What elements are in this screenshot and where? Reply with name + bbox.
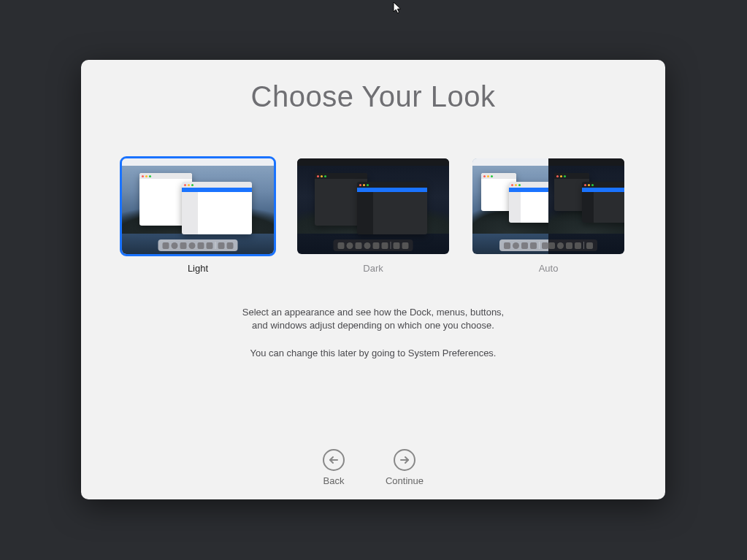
dock-preview: [334, 239, 413, 251]
appearance-option-label: Auto: [539, 263, 559, 274]
appearance-option-auto[interactable]: Auto: [472, 158, 624, 274]
description-line: You can change this later by going to Sy…: [242, 347, 504, 360]
description-line: Select an appearance and see how the Doc…: [242, 306, 504, 319]
appearance-option-label: Light: [188, 263, 208, 274]
dark-preview-thumb: [297, 158, 449, 254]
appearance-option-light[interactable]: Light: [122, 158, 274, 274]
page-title: Choose Your Look: [251, 80, 496, 113]
mouse-cursor: [393, 1, 403, 18]
back-button-label: Back: [323, 475, 345, 486]
description-line: and windows adjust depending on which on…: [242, 319, 504, 332]
arrow-left-icon: [323, 449, 345, 471]
dock-preview: [499, 239, 548, 251]
description-text: Select an appearance and see how the Doc…: [242, 306, 504, 361]
navigation-bar: Back Continue: [81, 449, 665, 486]
appearance-options: Light: [122, 158, 624, 274]
back-button[interactable]: Back: [323, 449, 345, 486]
auto-preview-thumb: [472, 158, 624, 254]
dock-preview: [548, 239, 597, 251]
appearance-option-dark[interactable]: Dark: [297, 158, 449, 274]
continue-button-label: Continue: [386, 475, 424, 486]
setup-panel: Choose Your Look: [81, 60, 665, 499]
arrow-right-icon: [394, 449, 415, 471]
continue-button[interactable]: Continue: [386, 449, 424, 486]
light-preview-thumb: [122, 158, 274, 254]
appearance-option-label: Dark: [363, 263, 383, 274]
dock-preview: [158, 239, 238, 251]
